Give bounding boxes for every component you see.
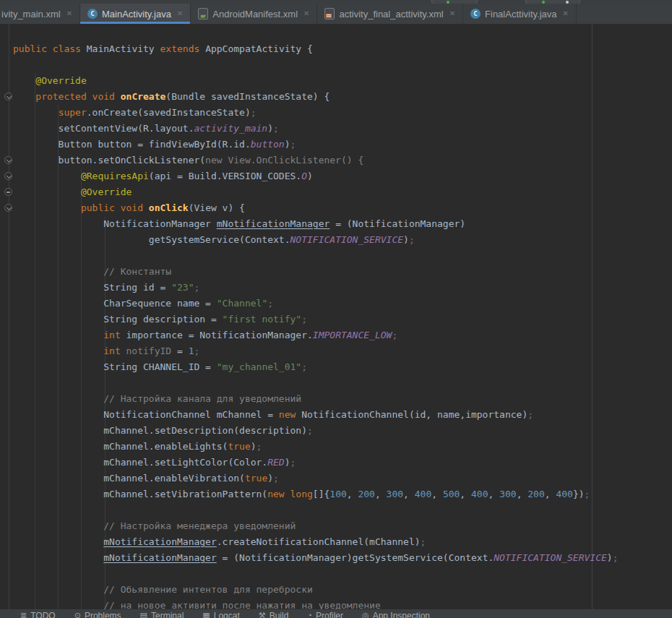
code-token: 500 [443, 489, 460, 499]
code-line[interactable] [13, 57, 672, 73]
code-line[interactable]: mNotificationManager.createNotificationC… [13, 534, 672, 550]
code-token: @RequiresApi [81, 171, 149, 181]
toolwindow-button-build[interactable]: ⚒Build [259, 611, 289, 618]
code-token [13, 91, 35, 102]
code-token: , [488, 489, 500, 499]
code-token: "my_channel_01" [217, 361, 301, 372]
fold-marker-icon[interactable] [4, 172, 12, 180]
code-token: void [121, 202, 143, 213]
code-token: ; [585, 489, 590, 499]
code-token: @Override [81, 186, 132, 197]
code-line[interactable]: mChannel.enableLights(true); [13, 439, 672, 455]
code-line[interactable]: // на новое активити после нажатия на ув… [13, 598, 672, 609]
code-line[interactable]: NotificationChannel mChannel = new Notif… [13, 407, 672, 423]
code-line[interactable]: NotificationManager mNotificationManager… [13, 216, 672, 232]
code-line[interactable]: String id = "23"; [13, 280, 672, 296]
code-line[interactable]: mChannel.enableVibration(true); [13, 471, 672, 486]
tab-close-icon[interactable]: ✕ [303, 10, 309, 17]
code-line[interactable]: @Override [13, 73, 672, 89]
code-token: button [251, 139, 285, 150]
terminal-icon: ▤ [140, 611, 147, 618]
code-line[interactable] [13, 248, 672, 264]
code-token: ; [301, 314, 307, 325]
code-token: ) [607, 552, 613, 563]
toolwindow-button-label: Problems [85, 611, 121, 618]
code-line[interactable]: getSystemService(Context.NOTIFICATION_SE… [13, 232, 672, 248]
toolwindow-button-terminal[interactable]: ▤Terminal [140, 611, 184, 618]
code-line[interactable]: String description = "first notify"; [13, 312, 672, 327]
code-line[interactable]: // Настройка менеджера уведомлений [13, 518, 672, 534]
code-token [115, 202, 121, 213]
toolwindow-button-app-inspection[interactable]: ◎App Inspection [362, 611, 430, 618]
code-line[interactable]: int notifyID = 1; [13, 343, 672, 359]
fold-marker-icon[interactable] [4, 156, 12, 164]
code-line[interactable]: mChannel.setLightColor(Color.RED); [13, 455, 672, 471]
toolwindow-button-problems[interactable]: ⊙Problems [74, 611, 121, 618]
toolwindow-button-label: TODO [30, 611, 55, 618]
code-token: ; [251, 107, 257, 118]
fold-marker-icon[interactable] [4, 188, 12, 196]
fold-marker-icon[interactable] [4, 204, 12, 212]
code-token: mChannel.enableLights( [13, 441, 228, 452]
editor-tab-activity-final-acttivity-xml[interactable]: activity_final_acttivity.xml✕ [317, 4, 463, 24]
code-line[interactable]: super.onCreate(savedInstanceState); [13, 105, 672, 121]
code-token: }) [573, 489, 585, 499]
code-editor[interactable]: public class MainActivity extends AppCom… [0, 24, 672, 609]
code-line[interactable]: Button button = findViewById(R.id.button… [13, 137, 672, 153]
code-token: mNotificationManager [217, 218, 330, 229]
code-line[interactable] [13, 502, 672, 518]
tab-label: MainActivity.java [102, 9, 171, 20]
editor-tab-mainactivity-java[interactable]: CMainActivity.java✕ [80, 4, 191, 24]
code-token: ) [285, 457, 290, 468]
tab-close-icon[interactable]: ✕ [563, 10, 569, 17]
editor-tab-androidmanifest-xml[interactable]: MFAndroidManifest.xml✕ [191, 4, 317, 24]
code-area[interactable]: public class MainActivity extends AppCom… [0, 24, 672, 609]
code-line[interactable]: // Настройка канала для уведомлений [13, 391, 672, 407]
code-token: 400 [556, 489, 572, 499]
code-line[interactable]: @RequiresApi(api = Build.VERSION_CODES.O… [13, 168, 672, 184]
code-line[interactable]: mNotificationManager = (NotificationMana… [13, 550, 672, 566]
code-token: ) [285, 139, 290, 150]
tab-close-icon[interactable]: ✕ [449, 10, 455, 17]
code-line[interactable]: public void onClick(View v) { [13, 200, 672, 216]
tab-close-icon[interactable]: ✕ [177, 10, 183, 17]
code-line[interactable]: mChannel.setDescription(description); [13, 423, 672, 439]
logcat-icon: ▦ [202, 611, 210, 618]
code-token: // Обьявление интентов для переброски [13, 584, 313, 595]
toolwindow-button-label: App Inspection [373, 611, 430, 618]
code-token: importance = NotificationManager. [121, 330, 313, 340]
code-token: onCreate [121, 91, 166, 102]
code-line[interactable]: CharSequence name = "Channel"; [13, 296, 672, 312]
code-token: (View v) { [189, 202, 245, 213]
code-token: notifyID [121, 346, 171, 356]
code-line[interactable] [13, 375, 672, 391]
code-line[interactable]: setContentView(R.layout.activity_main); [13, 121, 672, 137]
code-token: 300 [499, 489, 516, 499]
code-line[interactable]: int importance = NotificationManager.IMP… [13, 327, 672, 343]
editor-tab-finalacttivity-java[interactable]: CFinalActtivity.java✕ [463, 4, 577, 24]
tab-close-icon[interactable]: ✕ [66, 10, 72, 17]
code-line[interactable]: mChannel.setVibrationPattern(new long[]{… [13, 486, 672, 502]
code-token: MainActivity [81, 43, 160, 54]
code-line[interactable]: button.setOnClickListener(new View.OnCli… [13, 153, 672, 168]
code-token: ; [527, 409, 533, 420]
code-token: ; [290, 139, 296, 150]
code-line[interactable] [13, 566, 672, 582]
code-line[interactable]: public class MainActivity extends AppCom… [13, 41, 672, 57]
editor-tab-ivity-main-xml[interactable]: ivity_main.xml✕ [0, 4, 80, 24]
toolwindow-button-profiler[interactable]: ◔Profiler [307, 611, 343, 618]
code-line[interactable]: // Константы [13, 264, 672, 280]
code-token: , [347, 489, 358, 499]
code-token: ; [267, 298, 273, 309]
code-line[interactable]: @Override [13, 184, 672, 200]
code-line[interactable]: protected void onCreate(Bundle savedInst… [13, 89, 672, 105]
code-token: "first notify" [223, 314, 302, 325]
fold-marker-icon[interactable] [4, 93, 12, 100]
code-line[interactable]: // Обьявление интентов для переброски [13, 582, 672, 598]
code-token: NotificationManager [13, 218, 217, 229]
code-token: void [92, 91, 115, 102]
code-token: , [431, 489, 443, 499]
toolwindow-button-todo[interactable]: ≣TODO [20, 611, 56, 618]
code-line[interactable]: String CHANNEL_ID = "my_channel_01"; [13, 359, 672, 375]
toolwindow-button-logcat[interactable]: ▦Logcat [202, 611, 239, 618]
